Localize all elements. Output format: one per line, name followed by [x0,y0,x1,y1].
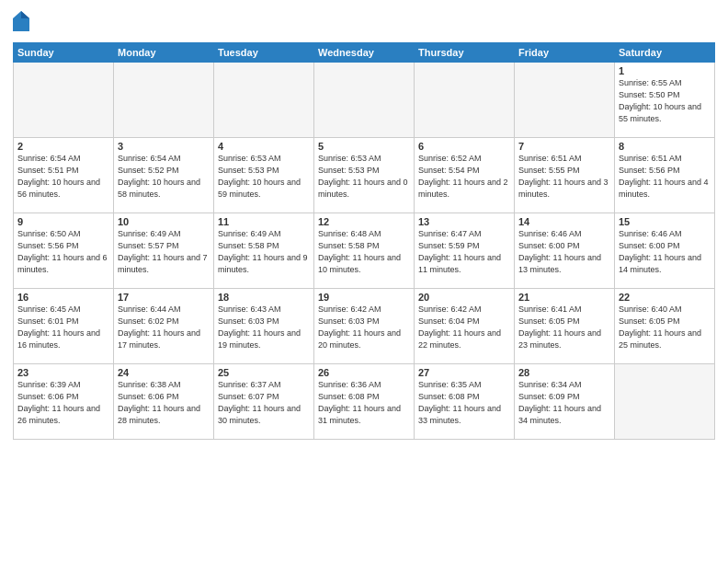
calendar-cell: 21Sunrise: 6:41 AMSunset: 6:05 PMDayligh… [515,289,615,364]
day-info: Sunrise: 6:46 AMSunset: 6:00 PMDaylight:… [518,228,610,276]
calendar-cell [14,63,114,138]
calendar-cell: 27Sunrise: 6:35 AMSunset: 6:08 PMDayligh… [415,364,515,440]
day-info: Sunrise: 6:40 AMSunset: 6:05 PMDaylight:… [619,304,711,351]
logo [13,11,29,35]
calendar-cell: 14Sunrise: 6:46 AMSunset: 6:00 PMDayligh… [515,213,615,289]
weekday-header-wednesday: Wednesday [314,43,415,63]
day-info: Sunrise: 6:46 AMSunset: 6:00 PMDaylight:… [619,228,711,276]
calendar-cell: 9Sunrise: 6:50 AMSunset: 5:56 PMDaylight… [14,213,114,289]
day-info: Sunrise: 6:54 AMSunset: 5:51 PMDaylight:… [17,153,109,201]
calendar-cell: 6Sunrise: 6:52 AMSunset: 5:54 PMDaylight… [415,138,515,213]
calendar-cell: 28Sunrise: 6:34 AMSunset: 6:09 PMDayligh… [515,364,615,440]
day-number: 8 [619,141,711,152]
day-info: Sunrise: 6:49 AMSunset: 5:58 PMDaylight:… [218,228,310,276]
calendar-cell [515,63,615,138]
day-info: Sunrise: 6:35 AMSunset: 6:08 PMDaylight:… [418,379,510,427]
svg-marker-1 [21,11,29,18]
day-number: 25 [218,367,310,378]
week-row-4: 16Sunrise: 6:45 AMSunset: 6:01 PMDayligh… [14,289,715,364]
calendar-cell: 25Sunrise: 6:37 AMSunset: 6:07 PMDayligh… [214,364,314,440]
calendar-cell [615,364,715,440]
calendar-cell: 16Sunrise: 6:45 AMSunset: 6:01 PMDayligh… [14,289,114,364]
day-number: 9 [17,216,109,227]
day-info: Sunrise: 6:42 AMSunset: 6:03 PMDaylight:… [318,304,410,351]
day-info: Sunrise: 6:38 AMSunset: 6:06 PMDaylight:… [118,379,210,427]
calendar-cell: 2Sunrise: 6:54 AMSunset: 5:51 PMDaylight… [14,138,114,213]
calendar-cell [214,63,314,138]
calendar-cell: 19Sunrise: 6:42 AMSunset: 6:03 PMDayligh… [314,289,415,364]
day-number: 22 [619,292,711,303]
week-row-1: 1Sunrise: 6:55 AMSunset: 5:50 PMDaylight… [14,63,715,138]
day-number: 10 [118,216,210,227]
calendar-cell: 26Sunrise: 6:36 AMSunset: 6:08 PMDayligh… [314,364,415,440]
day-number: 24 [118,367,210,378]
calendar-cell: 8Sunrise: 6:51 AMSunset: 5:56 PMDaylight… [615,138,715,213]
weekday-header-friday: Friday [515,43,615,63]
day-info: Sunrise: 6:47 AMSunset: 5:59 PMDaylight:… [418,228,510,276]
calendar-cell: 7Sunrise: 6:51 AMSunset: 5:55 PMDaylight… [515,138,615,213]
calendar-cell: 15Sunrise: 6:46 AMSunset: 6:00 PMDayligh… [615,213,715,289]
weekday-header-monday: Monday [114,43,214,63]
day-number: 16 [17,292,109,303]
day-number: 28 [518,367,610,378]
day-number: 13 [418,216,510,227]
day-info: Sunrise: 6:43 AMSunset: 6:03 PMDaylight:… [218,304,310,351]
week-row-5: 23Sunrise: 6:39 AMSunset: 6:06 PMDayligh… [14,364,715,440]
weekday-header-tuesday: Tuesday [214,43,314,63]
calendar-cell: 1Sunrise: 6:55 AMSunset: 5:50 PMDaylight… [615,63,715,138]
weekday-header-sunday: Sunday [14,43,114,63]
day-info: Sunrise: 6:49 AMSunset: 5:57 PMDaylight:… [118,228,210,276]
calendar-cell: 12Sunrise: 6:48 AMSunset: 5:58 PMDayligh… [314,213,415,289]
weekday-header-thursday: Thursday [415,43,515,63]
calendar-cell: 10Sunrise: 6:49 AMSunset: 5:57 PMDayligh… [114,213,214,289]
calendar-cell: 11Sunrise: 6:49 AMSunset: 5:58 PMDayligh… [214,213,314,289]
calendar-cell: 4Sunrise: 6:53 AMSunset: 5:53 PMDaylight… [214,138,314,213]
calendar-cell: 5Sunrise: 6:53 AMSunset: 5:53 PMDaylight… [314,138,415,213]
day-info: Sunrise: 6:55 AMSunset: 5:50 PMDaylight:… [619,77,711,125]
day-number: 1 [619,65,711,76]
calendar-cell [114,63,214,138]
calendar-table: SundayMondayTuesdayWednesdayThursdayFrid… [13,42,715,440]
calendar-cell [415,63,515,138]
day-number: 26 [318,367,410,378]
calendar-cell: 13Sunrise: 6:47 AMSunset: 5:59 PMDayligh… [415,213,515,289]
day-info: Sunrise: 6:52 AMSunset: 5:54 PMDaylight:… [418,153,510,201]
calendar-cell: 17Sunrise: 6:44 AMSunset: 6:02 PMDayligh… [114,289,214,364]
day-info: Sunrise: 6:51 AMSunset: 5:56 PMDaylight:… [619,153,711,201]
day-info: Sunrise: 6:51 AMSunset: 5:55 PMDaylight:… [518,153,610,201]
calendar-cell [314,63,415,138]
day-number: 23 [17,367,109,378]
day-number: 11 [218,216,310,227]
calendar-cell: 18Sunrise: 6:43 AMSunset: 6:03 PMDayligh… [214,289,314,364]
calendar-cell: 20Sunrise: 6:42 AMSunset: 6:04 PMDayligh… [415,289,515,364]
calendar-cell: 23Sunrise: 6:39 AMSunset: 6:06 PMDayligh… [14,364,114,440]
day-info: Sunrise: 6:36 AMSunset: 6:08 PMDaylight:… [318,379,410,427]
day-info: Sunrise: 6:50 AMSunset: 5:56 PMDaylight:… [17,228,109,276]
day-number: 14 [518,216,610,227]
day-info: Sunrise: 6:37 AMSunset: 6:07 PMDaylight:… [218,379,310,427]
weekday-header-row: SundayMondayTuesdayWednesdayThursdayFrid… [14,43,715,63]
weekday-header-saturday: Saturday [615,43,715,63]
calendar-cell: 3Sunrise: 6:54 AMSunset: 5:52 PMDaylight… [114,138,214,213]
calendar-page: SundayMondayTuesdayWednesdayThursdayFrid… [0,0,728,563]
calendar-cell: 22Sunrise: 6:40 AMSunset: 6:05 PMDayligh… [615,289,715,364]
day-info: Sunrise: 6:53 AMSunset: 5:53 PMDaylight:… [218,153,310,201]
week-row-3: 9Sunrise: 6:50 AMSunset: 5:56 PMDaylight… [14,213,715,289]
header [13,11,715,35]
day-number: 7 [518,141,610,152]
day-info: Sunrise: 6:54 AMSunset: 5:52 PMDaylight:… [118,153,210,201]
week-row-2: 2Sunrise: 6:54 AMSunset: 5:51 PMDaylight… [14,138,715,213]
day-number: 4 [218,141,310,152]
calendar-cell: 24Sunrise: 6:38 AMSunset: 6:06 PMDayligh… [114,364,214,440]
day-info: Sunrise: 6:42 AMSunset: 6:04 PMDaylight:… [418,304,510,351]
day-number: 6 [418,141,510,152]
day-info: Sunrise: 6:53 AMSunset: 5:53 PMDaylight:… [318,153,410,201]
day-number: 12 [318,216,410,227]
day-number: 19 [318,292,410,303]
day-number: 3 [118,141,210,152]
day-number: 27 [418,367,510,378]
logo-icon [13,11,29,31]
day-number: 5 [318,141,410,152]
day-info: Sunrise: 6:45 AMSunset: 6:01 PMDaylight:… [17,304,109,351]
day-info: Sunrise: 6:34 AMSunset: 6:09 PMDaylight:… [518,379,610,427]
